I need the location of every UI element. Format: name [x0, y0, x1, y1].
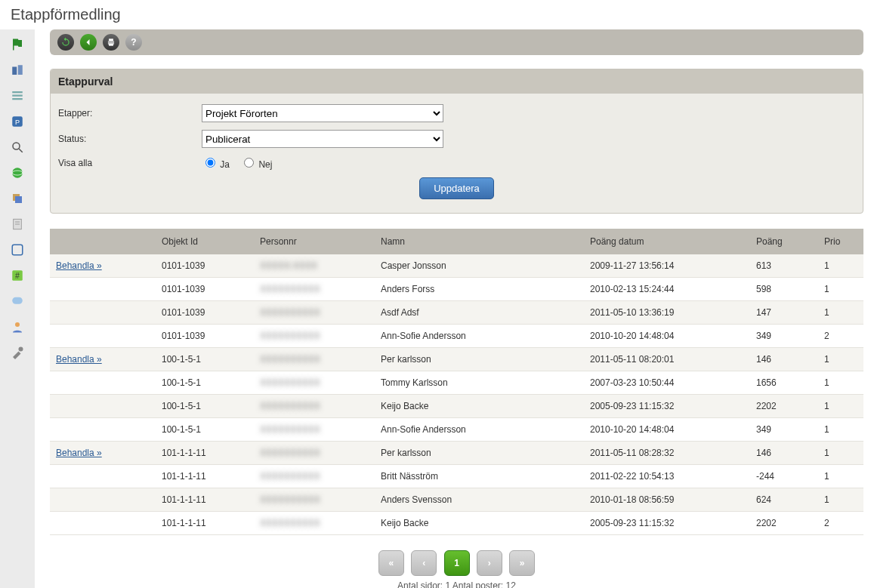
cell-namn: Ann-Sofie Andersson [375, 418, 584, 442]
cell-poang-datum: 2005-09-23 11:15:32 [584, 512, 750, 535]
table-row: 101-1-1-11XXXXXXXXXXAnders Svensson2010-… [50, 488, 863, 512]
cell-prio: 1 [818, 371, 863, 395]
behandla-link[interactable]: Behandla » [56, 354, 102, 365]
cell-namn: Anders Forss [375, 278, 584, 301]
cell-poang-datum: 2010-10-20 14:48:04 [584, 325, 750, 348]
expand-icon[interactable] [7, 239, 28, 260]
pager-first[interactable]: « [378, 550, 404, 576]
cell-objekt-id: 0101-1039 [156, 254, 254, 278]
cell-objekt-id: 101-1-1-11 [156, 442, 254, 465]
cell-prio: 1 [818, 348, 863, 371]
svg-point-20 [15, 322, 20, 327]
cell-personnr: XXXXXXXXXX [254, 465, 375, 488]
cell-prio: 1 [818, 418, 863, 442]
table-row: 100-1-5-1XXXXXXXXXXAnn-Sofie Andersson20… [50, 418, 863, 442]
cell-prio: 1 [818, 395, 863, 418]
table-row: 0101-1039XXXXXXXXXXAnn-Sofie Andersson20… [50, 325, 863, 348]
cell-objekt-id: 101-1-1-11 [156, 488, 254, 512]
cell-poang-datum: 2007-03-23 10:50:44 [584, 371, 750, 395]
svg-rect-0 [12, 67, 17, 75]
svg-point-9 [12, 168, 23, 178]
behandla-link[interactable]: Behandla » [56, 448, 102, 458]
cell-personnr: XXXXXXXXXX [254, 418, 375, 442]
svg-rect-1 [18, 65, 23, 75]
pager-page-1[interactable]: 1 [444, 550, 470, 576]
cell-prio: 1 [818, 488, 863, 512]
cell-objekt-id: 0101-1039 [156, 325, 254, 348]
svg-rect-3 [12, 95, 23, 97]
etapper-select[interactable]: Projekt Förorten [202, 104, 443, 122]
cell-poang-datum: 2011-05-11 08:28:32 [584, 442, 750, 465]
cell-poang: 598 [750, 278, 818, 301]
cell-prio: 1 [818, 254, 863, 278]
chat-icon[interactable] [7, 291, 28, 312]
page-title: Etappförmedling [0, 0, 871, 29]
behandla-link[interactable]: Behandla » [56, 260, 102, 271]
results-table: Objekt Id Personnr Namn Poäng datum Poän… [50, 229, 863, 535]
buildings-icon[interactable] [7, 60, 28, 81]
refresh-icon[interactable] [57, 34, 74, 51]
radio-nej[interactable]: Nej [240, 155, 272, 170]
hash-icon[interactable]: # [7, 265, 28, 286]
status-select[interactable]: Publicerat [202, 130, 443, 148]
cell-namn: Tommy Karlsson [375, 371, 584, 395]
cell-namn: Ann-Sofie Andersson [375, 325, 584, 348]
cell-namn: Keijo Backe [375, 512, 584, 535]
cell-personnr: XXXXXXXXXX [254, 278, 375, 301]
cell-poang-datum: 2011-05-10 13:36:19 [584, 301, 750, 325]
cell-personnr: XXXXXXXXXX [254, 301, 375, 325]
cell-personnr: XXXXX-XXXX [254, 254, 375, 278]
cell-poang: -244 [750, 465, 818, 488]
help-icon[interactable]: ? [125, 34, 142, 51]
cell-personnr: XXXXXXXXXX [254, 512, 375, 535]
globe-icon[interactable] [7, 162, 28, 183]
left-sidebar: P # [0, 29, 35, 588]
pager-next[interactable]: › [477, 550, 502, 576]
cell-prio: 2 [818, 512, 863, 535]
col-objekt-id: Objekt Id [156, 229, 254, 254]
col-poang-datum: Poäng datum [584, 229, 750, 254]
cell-poang-datum: 2009-11-27 13:56:14 [584, 254, 750, 278]
layers-icon[interactable] [7, 188, 28, 209]
cell-objekt-id: 0101-1039 [156, 301, 254, 325]
svg-rect-23 [109, 38, 113, 41]
pager-prev[interactable]: ‹ [411, 550, 437, 576]
etapper-label: Etapper: [58, 108, 202, 119]
cell-namn: Per karlsson [375, 442, 584, 465]
tools-icon[interactable] [7, 342, 28, 363]
cell-poang: 613 [750, 254, 818, 278]
user-icon[interactable] [7, 316, 28, 337]
table-row: 100-1-5-1XXXXXXXXXXKeijo Backe2005-09-23… [50, 395, 863, 418]
cell-objekt-id: 100-1-5-1 [156, 418, 254, 442]
svg-point-7 [13, 143, 20, 149]
col-namn: Namn [375, 229, 584, 254]
cell-personnr: XXXXXXXXXX [254, 325, 375, 348]
cell-prio: 2 [818, 325, 863, 348]
print-icon[interactable] [103, 34, 119, 51]
update-button[interactable]: Uppdatera [419, 177, 494, 199]
cell-poang: 2202 [750, 395, 818, 418]
document-icon[interactable] [7, 214, 28, 235]
search-icon[interactable] [7, 137, 28, 158]
cell-namn: Casper Jonsson [375, 254, 584, 278]
col-personnr: Personnr [254, 229, 375, 254]
flag-icon[interactable] [7, 34, 28, 55]
radio-ja[interactable]: Ja [202, 155, 230, 170]
cell-poang: 349 [750, 418, 818, 442]
parking-icon[interactable]: P [7, 111, 28, 132]
cell-objekt-id: 101-1-1-11 [156, 465, 254, 488]
pager-info: Antal sidor: 1 Antal poster: 12 [50, 580, 863, 588]
cell-personnr: XXXXXXXXXX [254, 442, 375, 465]
cell-personnr: XXXXXXXXXX [254, 395, 375, 418]
back-icon[interactable] [80, 34, 97, 51]
cell-objekt-id: 100-1-5-1 [156, 348, 254, 371]
visa-alla-label: Visa alla [58, 158, 202, 168]
cell-objekt-id: 0101-1039 [156, 278, 254, 301]
cell-poang-datum: 2011-05-11 08:20:01 [584, 348, 750, 371]
svg-rect-19 [12, 297, 23, 304]
cell-poang-datum: 2010-01-18 08:56:59 [584, 488, 750, 512]
table-row: Behandla »100-1-5-1XXXXXXXXXXPer karlsso… [50, 348, 863, 371]
pager-last[interactable]: » [509, 550, 535, 576]
list-icon[interactable] [7, 85, 28, 106]
cell-prio: 1 [818, 442, 863, 465]
